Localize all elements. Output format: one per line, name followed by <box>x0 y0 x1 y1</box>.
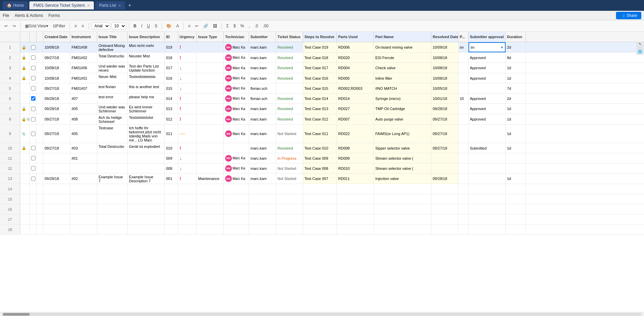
id-cell[interactable]: 012 <box>165 114 178 124</box>
issue-desc-cell[interactable] <box>128 153 165 163</box>
p-cell[interactable] <box>458 163 468 173</box>
grid-view-button[interactable]: ▦ Grid View ▾ <box>23 23 50 29</box>
issue-desc-cell[interactable]: Example Issue Description 7 <box>128 174 165 184</box>
steps-resolve-cell[interactable]: Test Case 019 <box>303 42 337 52</box>
instrument-cell[interactable]: #07 <box>70 94 97 103</box>
id-cell[interactable]: 010 <box>165 143 178 153</box>
urgency-cell[interactable]: ! <box>178 143 197 153</box>
submitter-approval-cell[interactable] <box>468 174 506 184</box>
submitter-cell[interactable]: florian.sch <box>249 83 276 93</box>
p-cell[interactable] <box>458 114 468 124</box>
urgency-cell[interactable]: ↓ <box>178 73 197 83</box>
sheet-body[interactable]: 1🔒10/08/18FM01#08Onboard Mixing defectiv… <box>0 42 644 312</box>
created-date-cell[interactable]: 09/28/18 <box>43 94 70 103</box>
check-cell[interactable] <box>30 63 36 73</box>
id-cell[interactable]: 018 <box>165 53 178 62</box>
created-date-cell[interactable]: 09/28/18 <box>43 174 70 184</box>
parts-used-cell[interactable]: RD022 <box>337 125 374 143</box>
scrollbar-thumb-h[interactable] <box>3 313 30 316</box>
issue-desc-cell[interactable]: Testesttstetetsts <box>128 73 165 83</box>
ticket-status-cell[interactable] <box>276 83 303 93</box>
issue-type-cell[interactable] <box>197 42 224 52</box>
ticket-status-cell[interactable]: Resolved <box>276 143 303 153</box>
text-color-button[interactable]: A <box>175 23 181 29</box>
issue-title-cell[interactable]: test florian <box>97 83 128 93</box>
issue-type-cell[interactable] <box>197 153 224 163</box>
duration-cell[interactable]: 1d <box>506 114 526 124</box>
issue-title-cell[interactable]: test error <box>97 94 128 103</box>
image-button[interactable]: 🖼 <box>211 23 219 29</box>
part-name-cell[interactable]: Inline filter <box>374 73 431 83</box>
resolved-date-cell[interactable]: 09/28/18 <box>431 174 458 184</box>
table-row[interactable]: 1🔒10/08/18FM01#08Onboard Mixing defectiv… <box>0 42 644 53</box>
submitter-approval-cell[interactable]: Approved <box>468 114 506 124</box>
urgency-cell[interactable]: ! <box>178 94 197 103</box>
urgency-cell[interactable]: ! <box>178 104 197 114</box>
parts-used-cell[interactable]: RD011 <box>337 174 374 184</box>
ticket-status-cell[interactable]: Not Started <box>276 174 303 184</box>
horizontal-scrollbar[interactable] <box>0 312 644 316</box>
id-cell[interactable]: 001 <box>165 174 178 184</box>
urgency-cell[interactable]: ! <box>178 42 197 52</box>
issue-desc-cell[interactable] <box>128 163 165 173</box>
row-checkbox[interactable] <box>31 86 35 90</box>
id-cell[interactable]: 013 <box>165 104 178 114</box>
instrument-cell[interactable]: #02 <box>70 174 97 184</box>
instrument-cell[interactable]: FM01#07 <box>70 83 97 93</box>
table-row[interactable]: 609/28/18#07test errorplease help me014!… <box>0 94 644 104</box>
parts-used-cell[interactable]: RD005 <box>337 73 374 83</box>
parts-used-cell[interactable]: RD007 <box>337 114 374 124</box>
issue-type-cell[interactable] <box>197 53 224 62</box>
row-checkbox[interactable] <box>31 146 35 150</box>
table-row[interactable]: 17 <box>0 214 644 225</box>
instrument-cell[interactable]: #03 <box>70 143 97 153</box>
submitter-cell[interactable]: marc.kam <box>249 114 276 124</box>
check-cell[interactable] <box>30 174 36 184</box>
steps-resolve-cell[interactable]: Test Case 012 <box>303 114 337 124</box>
row-checkbox[interactable] <box>31 132 35 136</box>
formula-button[interactable]: Σ <box>224 23 230 29</box>
link-button[interactable]: 🔗 <box>202 23 210 29</box>
issue-type-cell[interactable] <box>197 73 224 83</box>
dropdown-arrow-icon[interactable]: ▼ <box>500 46 504 49</box>
table-row[interactable]: 9📎09/27/18#05TestcaseIch hoffe Ihr bekom… <box>0 125 644 143</box>
approval-input[interactable] <box>471 45 500 49</box>
p-cell[interactable] <box>458 104 468 114</box>
row-checkbox[interactable] <box>31 45 35 50</box>
part-name-cell[interactable]: Auto purge valve <box>374 114 431 124</box>
technician-cell[interactable]: MKMarc Ka <box>224 83 249 93</box>
urgency-cell[interactable]: ! <box>178 53 197 62</box>
underline-button[interactable]: U <box>145 23 152 29</box>
created-date-cell[interactable]: 09/27/18 <box>43 143 70 153</box>
submitter-approval-cell[interactable]: Approved <box>468 53 506 62</box>
check-cell[interactable] <box>30 125 36 143</box>
issue-type-cell[interactable] <box>197 94 224 103</box>
tab-fm01[interactable]: FM01-Service Ticket System ✕ <box>29 1 94 9</box>
issue-desc-cell[interactable]: Ich hoffe Ihr bekommt jetzt nicht ständi… <box>128 125 165 143</box>
fill-color-button[interactable]: 🎨 <box>165 23 173 29</box>
table-row[interactable]: 15 <box>0 194 644 204</box>
issue-desc-cell[interactable]: Neuster Mist <box>128 53 165 62</box>
duration-cell[interactable]: 1d <box>506 73 526 83</box>
duration-cell[interactable] <box>506 153 526 163</box>
part-name-cell[interactable]: Syringe (micro) <box>374 94 431 103</box>
comma-button[interactable]: , <box>247 23 251 29</box>
duration-cell[interactable]: 1d <box>506 63 526 73</box>
issue-type-cell[interactable] <box>197 125 224 143</box>
id-cell[interactable]: 019 <box>165 42 178 52</box>
instrument-cell[interactable] <box>70 163 97 173</box>
issue-type-cell[interactable]: Maintenance <box>197 174 224 184</box>
submitter-cell[interactable]: marc.kam <box>249 104 276 114</box>
submitter-cell[interactable]: marc.kam <box>249 73 276 83</box>
part-name-cell[interactable]: Check valve <box>374 63 431 73</box>
id-cell[interactable]: 016 <box>165 73 178 83</box>
panel-btn-3[interactable]: 🌐 <box>637 48 643 55</box>
technician-cell[interactable]: MKMarc Ka <box>224 153 249 163</box>
parts-used-cell[interactable]: RD004 <box>337 63 374 73</box>
technician-cell[interactable]: MKMarc Ka <box>224 53 249 62</box>
submitter-approval-cell[interactable]: Submitted <box>468 143 506 153</box>
currency-button[interactable]: $ <box>232 23 238 29</box>
technician-cell[interactable]: MKMarc Ka <box>224 73 249 83</box>
parts-used-cell[interactable]: RD014 <box>337 94 374 103</box>
issue-type-cell[interactable] <box>197 143 224 153</box>
